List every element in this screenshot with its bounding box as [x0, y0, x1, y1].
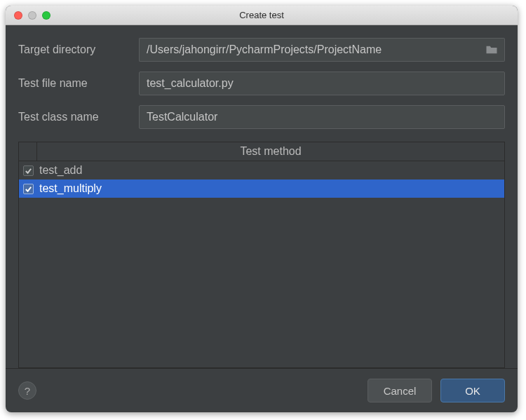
checkbox-column-header: [19, 142, 37, 161]
test-file-name-input[interactable]: [139, 72, 505, 95]
test-method-row[interactable]: test_add: [19, 161, 504, 179]
target-directory-input[interactable]: [139, 38, 478, 62]
test-method-label: test_multiply: [39, 182, 102, 195]
test-method-row[interactable]: test_multiply: [19, 179, 504, 198]
checkmark-icon: [25, 167, 32, 175]
test-class-name-row: Test class name: [18, 105, 505, 129]
test-method-header: Test method: [37, 142, 504, 161]
dialog-footer: ? Cancel OK: [6, 368, 518, 412]
folder-icon: [485, 45, 498, 55]
zoom-window-button[interactable]: [42, 11, 50, 20]
test-method-label: test_add: [39, 164, 82, 177]
target-directory-label: Target directory: [18, 43, 130, 56]
titlebar[interactable]: Create test: [6, 6, 518, 25]
window-controls: [6, 11, 50, 20]
test-file-name-label: Test file name: [18, 77, 130, 90]
ok-button[interactable]: OK: [440, 379, 505, 402]
target-directory-row: Target directory: [18, 38, 505, 62]
test-method-checkbox[interactable]: [23, 165, 34, 176]
test-method-list[interactable]: test_addtest_multiply: [19, 161, 504, 367]
create-test-dialog: Create test Target directory Test file n…: [6, 6, 518, 412]
test-method-panel: Test method test_addtest_multiply: [18, 142, 505, 368]
cancel-button[interactable]: Cancel: [367, 379, 432, 402]
test-method-checkbox[interactable]: [23, 184, 34, 194]
help-button[interactable]: ?: [18, 381, 36, 400]
minimize-window-button[interactable]: [28, 11, 36, 20]
test-method-header-row: Test method: [19, 142, 504, 161]
browse-folder-button[interactable]: [478, 38, 505, 62]
window-title: Create test: [6, 10, 518, 20]
test-file-name-row: Test file name: [18, 72, 505, 95]
test-class-name-input[interactable]: [139, 105, 505, 129]
close-window-button[interactable]: [14, 11, 22, 20]
test-class-name-label: Test class name: [18, 111, 130, 123]
dialog-content: Target directory Test file name Test cla…: [6, 25, 518, 368]
target-directory-field-group: [139, 38, 505, 62]
checkmark-icon: [25, 185, 32, 193]
